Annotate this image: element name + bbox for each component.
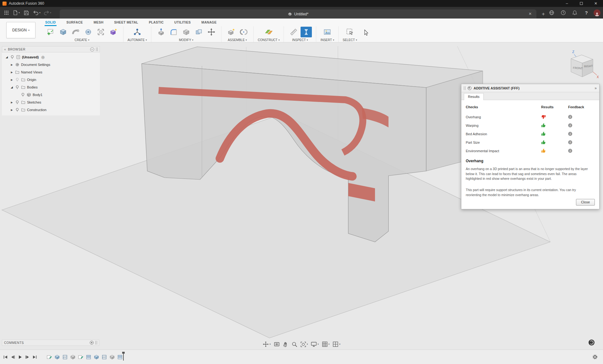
info-icon[interactable]: i	[568, 140, 572, 144]
browser-item-document-settings[interactable]: ▶ Document Settings	[2, 61, 100, 68]
drag-grip-icon[interactable]	[96, 47, 98, 51]
redo-icon[interactable]: ▾	[43, 8, 52, 17]
browser-header[interactable]: « BROWSER −	[2, 46, 100, 52]
create-dropdown[interactable]: CREATE ▾	[75, 38, 90, 42]
play-icon[interactable]	[18, 355, 22, 359]
create-sketch-icon[interactable]	[45, 27, 56, 37]
tab-mesh[interactable]: MESH	[93, 19, 104, 26]
combine-icon[interactable]	[193, 27, 204, 37]
step-forward-icon[interactable]	[25, 355, 30, 359]
fillet-icon[interactable]	[168, 27, 179, 37]
tab-surface[interactable]: SURFACE	[66, 19, 84, 26]
browser-item-root[interactable]: ◢ (Unsaved) ◎	[2, 53, 100, 61]
app-launcher-icon[interactable]	[2, 8, 11, 17]
timeline-feature-icon[interactable]	[117, 354, 123, 360]
browser-item-bodies[interactable]: ◢ Bodies	[2, 83, 100, 91]
revolve-icon[interactable]	[83, 27, 94, 37]
save-icon[interactable]	[22, 8, 31, 17]
timeline-feature-icon[interactable]	[54, 354, 60, 360]
zoom-icon[interactable]	[291, 341, 297, 347]
minimize-browser-icon[interactable]: −	[90, 47, 94, 51]
zoom-window-icon[interactable]: ▾	[300, 341, 308, 347]
browser-item-sketches[interactable]: ▶ Sketches	[2, 99, 100, 106]
maximize-button[interactable]	[574, 0, 589, 7]
expand-arrow-icon[interactable]: ◢	[10, 86, 14, 89]
select-dropdown[interactable]: SELECT ▾	[343, 38, 357, 42]
inspect-dropdown[interactable]: INSPECT ▾	[292, 38, 308, 42]
joint-icon[interactable]	[238, 27, 249, 37]
notifications-bell-icon[interactable]	[570, 8, 579, 17]
visibility-bulb-icon[interactable]	[15, 85, 19, 89]
move-copy-icon[interactable]	[206, 27, 217, 37]
timeline-feature-icon[interactable]	[46, 354, 52, 360]
skip-to-start-icon[interactable]	[3, 355, 8, 359]
tab-sheet-metal[interactable]: SHEET METAL	[113, 19, 139, 26]
modify-dropdown[interactable]: MODIFY ▾	[179, 38, 193, 42]
display-settings-icon[interactable]: ▾	[311, 341, 319, 347]
automate-icon[interactable]	[132, 27, 143, 37]
close-document-icon[interactable]: ✕	[528, 12, 533, 16]
user-avatar[interactable]	[594, 9, 600, 16]
collapse-panel-icon[interactable]: «	[4, 47, 6, 51]
browser-item-origin[interactable]: ▶ Origin	[2, 76, 100, 83]
box-primitive-icon[interactable]	[95, 27, 106, 37]
pan-hand-icon[interactable]	[283, 341, 289, 347]
skip-to-end-icon[interactable]	[32, 355, 37, 359]
visibility-bulb-icon[interactable]	[21, 93, 25, 97]
browser-item-named-views[interactable]: ▶ Named Views	[2, 68, 100, 76]
expand-arrow-icon[interactable]: ◢	[5, 56, 8, 59]
new-document-button[interactable]: +	[540, 10, 547, 18]
workspace-selector[interactable]: DESIGN ▾	[6, 22, 35, 38]
look-at-icon[interactable]	[274, 341, 280, 347]
app-status-icon[interactable]	[589, 340, 595, 345]
new-component-icon[interactable]	[225, 27, 237, 37]
orbit-pan-icon[interactable]: ▾	[263, 341, 271, 347]
press-pull-icon[interactable]	[155, 27, 167, 37]
document-tab[interactable]: Untitled* ✕	[60, 9, 536, 19]
visibility-bulb-icon[interactable]	[15, 100, 19, 104]
select-icon[interactable]	[344, 27, 356, 37]
help-icon[interactable]: ?	[582, 8, 591, 17]
tab-solid[interactable]: SOLID	[45, 19, 57, 26]
viewports-icon[interactable]: ▾	[332, 341, 340, 347]
sweep-icon[interactable]	[70, 27, 81, 37]
model-body[interactable]	[142, 47, 483, 242]
timeline-settings-gear-icon[interactable]	[592, 354, 598, 361]
automate-dropdown[interactable]: AUTOMATE ▾	[128, 38, 147, 42]
assistant-header[interactable]: ADDITIVE ASSISTANT (FFF) »	[461, 84, 599, 92]
viewport-3d[interactable]: « BROWSER − ◢ (Unsaved) ◎ ▶ Document Set	[0, 42, 603, 350]
tab-results[interactable]: Results	[464, 93, 484, 100]
comment-indicator-icon[interactable]	[90, 341, 94, 345]
collapse-right-icon[interactable]: »	[595, 86, 597, 90]
expand-arrow-icon[interactable]: ▶	[10, 71, 14, 74]
comments-bar[interactable]: COMMENTS	[2, 340, 99, 346]
info-icon[interactable]: i	[568, 115, 572, 119]
timeline-feature-icon[interactable]	[109, 354, 115, 360]
timeline-feature-icon[interactable]	[70, 354, 76, 360]
browser-item-body1[interactable]: Body1	[2, 91, 100, 99]
close-button[interactable]: ✕	[589, 0, 603, 7]
drag-grip-icon[interactable]	[464, 86, 465, 90]
drag-grip-icon[interactable]	[95, 341, 97, 345]
expand-arrow-icon[interactable]: ▶	[10, 63, 14, 66]
construct-dropdown[interactable]: CONSTRUCT ▾	[258, 38, 280, 42]
expand-arrow-icon[interactable]: ▶	[10, 101, 14, 104]
insert-dropdown[interactable]: INSERT ▾	[320, 38, 334, 42]
measure-icon[interactable]	[288, 27, 299, 37]
close-assistant-button[interactable]: Close	[576, 199, 595, 206]
web-home-icon[interactable]	[547, 8, 556, 17]
shell-icon[interactable]	[181, 27, 192, 37]
view-cube[interactable]: Z FRONT RIGHT X	[565, 48, 600, 83]
extrude-icon[interactable]	[57, 27, 69, 37]
visibility-bulb-icon[interactable]	[15, 78, 19, 82]
job-status-icon[interactable]	[559, 8, 568, 17]
info-icon[interactable]: i	[568, 132, 572, 136]
timeline-feature-icon[interactable]	[101, 354, 107, 360]
step-back-icon[interactable]	[11, 355, 15, 359]
timeline-feature-icon[interactable]	[62, 354, 68, 360]
timeline-playhead[interactable]	[123, 352, 126, 361]
timeline-feature-icon[interactable]	[86, 354, 91, 360]
tab-manage[interactable]: MANAGE	[201, 19, 217, 26]
tab-plastic[interactable]: PLASTIC	[148, 19, 164, 26]
activate-target-icon[interactable]: ◎	[41, 55, 44, 59]
